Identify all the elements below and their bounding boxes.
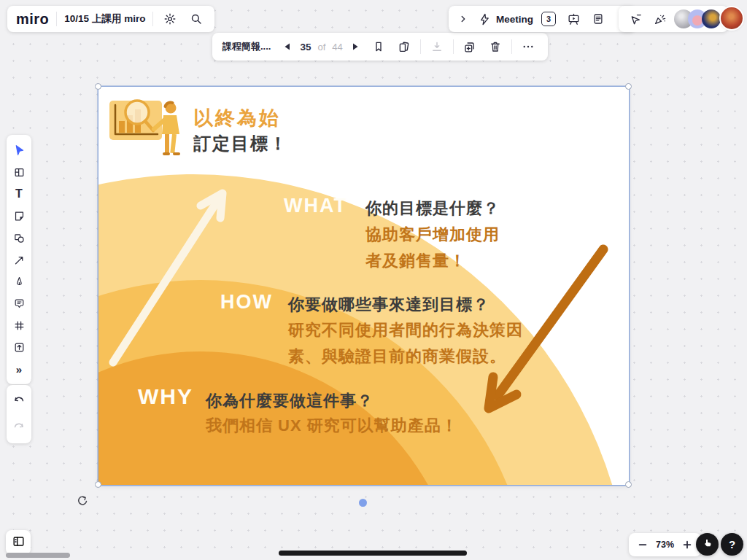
presenter-illustration [108, 93, 194, 172]
reactions-button[interactable] [650, 9, 669, 28]
frame-toolbar: 課程簡報.... 35 of 44 [212, 33, 548, 61]
cursor-icon [12, 144, 26, 157]
selection-handle-bottom-left[interactable] [95, 481, 101, 488]
frames-icon [12, 534, 26, 551]
prev-page-button[interactable] [280, 37, 293, 56]
pen-icon [13, 276, 26, 288]
bookmark-button[interactable] [369, 37, 388, 56]
redo-button[interactable] [9, 418, 28, 437]
undo-button[interactable] [9, 392, 28, 411]
tool-comment[interactable] [9, 294, 29, 313]
section-question-what: 你的目標是什麼？ [365, 198, 500, 219]
board-title[interactable]: 10/15 上課用 miro [64, 12, 145, 26]
zoom-in-button[interactable] [680, 535, 694, 554]
undo-redo-panel [7, 385, 31, 443]
page-total: 44 [332, 42, 342, 52]
tool-frame[interactable] [9, 316, 29, 335]
next-page-button[interactable] [349, 37, 363, 56]
help-button[interactable]: ? [721, 533, 743, 556]
tool-more[interactable]: » [9, 359, 29, 378]
tools-toolbar: T [7, 135, 31, 384]
search-button[interactable] [187, 9, 206, 28]
page-of-label: of [317, 42, 325, 52]
miro-logo[interactable]: miro [16, 11, 49, 28]
present-button[interactable] [564, 9, 583, 28]
frames-panel-button[interactable] [6, 530, 31, 555]
horizontal-scrollbar[interactable] [6, 553, 70, 558]
divider [420, 39, 421, 54]
frame-indicator-dot [359, 499, 367, 507]
duplicate-plus-icon [462, 40, 476, 54]
frame-name-label[interactable]: 課程簡報.... [222, 40, 271, 53]
selection-handle-top-left[interactable] [95, 83, 101, 90]
current-user-avatar[interactable] [721, 7, 743, 29]
tool-text[interactable]: T [9, 184, 29, 203]
hand-pointer-icon [702, 537, 713, 552]
miro-canvas[interactable]: miro 10/15 上課用 miro 課程簡報.... [0, 0, 747, 560]
follow-cursor-button[interactable] [626, 9, 645, 28]
search-icon [190, 12, 203, 26]
zoom-level[interactable]: 73% [656, 540, 674, 550]
duplicate-button[interactable] [460, 37, 479, 56]
shapes-icon [13, 232, 26, 244]
undo-icon [12, 394, 26, 408]
tool-upload[interactable] [9, 338, 29, 357]
section-answer-how-1: 研究不同使用者間的行為決策因 [288, 319, 523, 341]
meeting-button[interactable] [476, 9, 492, 28]
settings-button[interactable] [160, 9, 179, 28]
easel-icon [567, 12, 581, 26]
section-label-how: HOW [220, 291, 273, 314]
tool-connector[interactable] [9, 250, 29, 269]
section-question-why: 你為什麼要做這件事？ [206, 390, 374, 412]
zoom-controls: 73% [629, 533, 701, 556]
zoom-out-button[interactable] [635, 535, 650, 554]
meeting-label[interactable]: Meeting [496, 14, 533, 25]
delete-button[interactable] [486, 37, 505, 56]
notes-icon [592, 12, 605, 26]
avatar-stack [674, 9, 721, 28]
growth-arrow [113, 193, 222, 362]
divider [152, 12, 153, 26]
notes-button[interactable] [589, 9, 608, 28]
more-options-button[interactable] [519, 37, 538, 56]
redo-icon [12, 421, 26, 434]
section-answer-how-2: 素、與驗證目前的商業假設。 [288, 346, 506, 368]
collaborator-avatar-3[interactable] [702, 9, 721, 28]
pages-button[interactable] [395, 37, 414, 56]
rotate-icon [75, 498, 90, 510]
download-button[interactable] [427, 37, 446, 56]
pages-icon [397, 40, 411, 54]
lightning-icon [478, 12, 492, 26]
timer-button[interactable]: 3 [539, 9, 558, 28]
minus-icon [638, 540, 648, 550]
plus-icon [682, 540, 692, 550]
section-answer-what-1: 協助客戶增加使用 [365, 224, 500, 246]
confetti-icon [653, 12, 667, 26]
selection-handle-top-right[interactable] [625, 83, 632, 90]
tool-select[interactable] [9, 141, 29, 160]
triangle-right-icon [352, 42, 360, 51]
more-tools-icon: » [16, 364, 22, 375]
tool-shapes[interactable] [9, 228, 29, 247]
tool-templates[interactable] [9, 163, 29, 182]
section-label-what: WHAT [284, 195, 347, 217]
arrow-icon [13, 254, 26, 266]
tool-pen[interactable] [9, 272, 29, 291]
collaboration-panel [619, 6, 728, 32]
divider [511, 39, 512, 54]
expand-panel-button[interactable] [456, 9, 471, 28]
gear-icon [163, 12, 177, 26]
divider [56, 12, 57, 26]
slide-frame[interactable]: 以終為始 訂定目標！ WHAT 你的目標是什麼？ 協助客戶增加使用 者及銷售量！… [98, 87, 629, 485]
rotate-handle[interactable] [75, 494, 90, 508]
gesture-mode-button[interactable] [696, 533, 719, 556]
comment-icon [13, 298, 26, 310]
tool-sticky-note[interactable] [9, 206, 29, 225]
timer-3-icon: 3 [541, 12, 556, 26]
sticky-note-icon [13, 210, 26, 222]
selection-handle-bottom-right[interactable] [625, 481, 632, 488]
section-question-how: 你要做哪些事來達到目標？ [288, 294, 489, 316]
header-left-panel: miro 10/15 上課用 miro [7, 6, 214, 32]
download-icon [430, 40, 444, 53]
section-answer-why-1: 我們相信 UX 研究可以幫助產品！ [206, 415, 458, 437]
